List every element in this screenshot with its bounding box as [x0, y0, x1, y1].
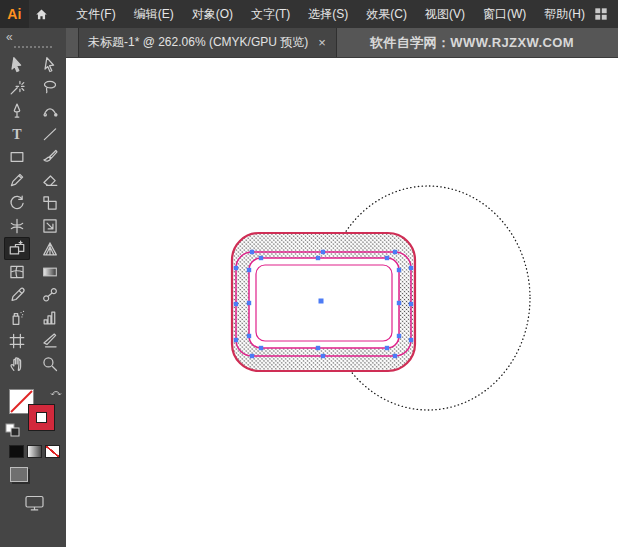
type-tool[interactable]: T: [4, 122, 30, 145]
anchor-point[interactable]: [234, 302, 238, 306]
anchor-point[interactable]: [247, 268, 251, 272]
center-anchor[interactable]: [319, 299, 324, 304]
lasso-tool[interactable]: [37, 76, 63, 99]
illustrator-window: Ai 文件(F)编辑(E)对象(O)文字(T)选择(S)效果(C)视图(V)窗口…: [0, 0, 618, 547]
svg-text:T: T: [12, 126, 22, 142]
eyedropper-tool[interactable]: [4, 283, 30, 306]
menu-item-help[interactable]: 帮助(H): [535, 0, 594, 28]
anchor-point[interactable]: [247, 334, 251, 338]
selection-tool[interactable]: [4, 53, 30, 76]
hand-tool[interactable]: [4, 352, 30, 375]
symbol-sprayer-tool[interactable]: [4, 306, 30, 329]
document-tab-bar: 未标题-1* @ 262.06% (CMYK/GPU 预览) × 软件自学网：W…: [66, 28, 618, 58]
anchor-point[interactable]: [385, 256, 389, 260]
eraser-tool[interactable]: [37, 168, 63, 191]
blend-tool[interactable]: [37, 283, 63, 306]
anchor-point[interactable]: [393, 250, 397, 254]
watermark-text: 软件自学网：WWW.RJZXW.COM: [370, 34, 574, 52]
menu-item-select[interactable]: 选择(S): [299, 0, 357, 28]
pen-tool[interactable]: [4, 99, 30, 122]
screen-mode-button[interactable]: [24, 494, 46, 512]
illustrator-logo[interactable]: Ai: [0, 0, 29, 28]
color-button[interactable]: [9, 445, 24, 458]
slice-tool[interactable]: [37, 329, 63, 352]
tools-grid: T: [0, 53, 66, 375]
menu-item-view[interactable]: 视图(V): [416, 0, 474, 28]
menu-item-type[interactable]: 文字(T): [242, 0, 299, 28]
document-tab-title: 未标题-1* @ 262.06% (CMYK/GPU 预览): [88, 34, 308, 51]
canvas[interactable]: [66, 58, 618, 547]
shape-builder-tool[interactable]: [4, 237, 30, 260]
magic-wand-tool[interactable]: [4, 76, 30, 99]
menu-item-window[interactable]: 窗口(W): [474, 0, 535, 28]
curvature-tool[interactable]: [37, 99, 63, 122]
anchor-point[interactable]: [259, 346, 263, 350]
direct-selection-tool[interactable]: [37, 53, 63, 76]
anchor-point[interactable]: [250, 250, 254, 254]
selected-round-rect-fill[interactable]: [249, 258, 399, 348]
width-tool[interactable]: [4, 214, 30, 237]
app-bar: Ai 文件(F)编辑(E)对象(O)文字(T)选择(S)效果(C)视图(V)窗口…: [0, 0, 618, 28]
line-tool[interactable]: [37, 122, 63, 145]
anchor-point[interactable]: [247, 301, 251, 305]
scale-tool[interactable]: [37, 191, 63, 214]
document-tab[interactable]: 未标题-1* @ 262.06% (CMYK/GPU 预览) ×: [78, 28, 337, 57]
stroke-swatch-hole: [36, 412, 47, 423]
anchor-point[interactable]: [409, 338, 413, 342]
fill-stroke-swatches: [0, 383, 66, 441]
anchor-point[interactable]: [259, 256, 263, 260]
menu-item-object[interactable]: 对象(O): [183, 0, 242, 28]
gradient-button[interactable]: [27, 445, 42, 458]
color-mode-buttons: [0, 441, 66, 458]
anchor-point[interactable]: [385, 346, 389, 350]
zoom-tool[interactable]: [37, 352, 63, 375]
anchor-point[interactable]: [321, 250, 325, 254]
anchor-point[interactable]: [234, 338, 238, 342]
draw-mode-button[interactable]: [10, 467, 28, 482]
collapse-panel-button[interactable]: «: [0, 28, 66, 43]
pencil-tool[interactable]: [4, 168, 30, 191]
paintbrush-tool[interactable]: [37, 145, 63, 168]
menu-item-effect[interactable]: 效果(C): [357, 0, 416, 28]
home-icon[interactable]: [29, 0, 56, 28]
rectangle-tool[interactable]: [4, 145, 30, 168]
anchor-point[interactable]: [316, 256, 320, 260]
gradient-tool[interactable]: [37, 260, 63, 283]
perspective-grid-tool[interactable]: [37, 237, 63, 260]
anchor-point[interactable]: [397, 334, 401, 338]
anchor-point[interactable]: [409, 302, 413, 306]
arrange-documents-icon[interactable]: [594, 0, 618, 28]
artwork-svg: [66, 58, 618, 547]
menu-item-edit[interactable]: 编辑(E): [125, 0, 183, 28]
default-fill-stroke-icon[interactable]: [5, 423, 21, 441]
anchor-point[interactable]: [250, 354, 254, 358]
anchor-point[interactable]: [409, 266, 413, 270]
menu-bar: 文件(F)编辑(E)对象(O)文字(T)选择(S)效果(C)视图(V)窗口(W)…: [67, 0, 594, 28]
anchor-point[interactable]: [393, 354, 397, 358]
anchor-point[interactable]: [234, 266, 238, 270]
anchor-point[interactable]: [397, 268, 401, 272]
column-graph-tool[interactable]: [37, 306, 63, 329]
mesh-tool[interactable]: [4, 260, 30, 283]
swap-fill-stroke-icon[interactable]: [50, 385, 62, 403]
panel-grip[interactable]: [14, 46, 52, 48]
anchor-point[interactable]: [397, 301, 401, 305]
anchor-point[interactable]: [316, 346, 320, 350]
stroke-swatch[interactable]: [28, 404, 55, 431]
artboard-tool[interactable]: [4, 329, 30, 352]
free-transform-tool[interactable]: [37, 214, 63, 237]
menu-item-file[interactable]: 文件(F): [67, 0, 124, 28]
none-button[interactable]: [45, 445, 60, 458]
tools-panel: « T: [0, 28, 66, 547]
rotate-tool[interactable]: [4, 191, 30, 214]
close-tab-icon[interactable]: ×: [317, 36, 327, 49]
anchor-point[interactable]: [321, 354, 325, 358]
